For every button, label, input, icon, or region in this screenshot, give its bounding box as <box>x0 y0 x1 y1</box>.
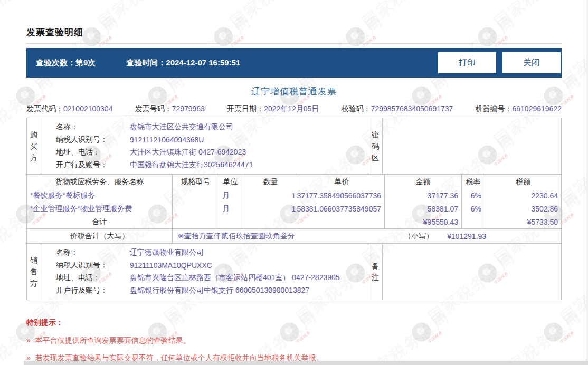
seller-address-value: 盘锦市兴隆台区庄林路西（市客运站四楼401室） 0427-2823905 <box>130 273 340 283</box>
header-unit: 单位 <box>219 175 242 189</box>
remarks-label: 备注 <box>371 260 380 283</box>
item-unit-price: 37177.358490566037736 <box>299 189 385 202</box>
item-spec <box>173 202 219 215</box>
invoice-number-label: 发票号码： <box>135 104 172 113</box>
buyer-taxid-row: 纳税人识别号：91211121064094368U <box>56 133 368 146</box>
buyer-taxid-label: 纳税人识别号： <box>56 135 130 145</box>
password-area-label: 密码区 <box>371 129 380 164</box>
header-spec: 规格型号 <box>173 175 219 189</box>
check-code-value: 72998576834050691737 <box>371 104 453 113</box>
password-area-label-cell: 密码区 <box>368 118 383 174</box>
grand-total-uppercase: ⊗壹拾万壹仟贰佰玖拾壹圆玖角叁分 <box>178 232 295 241</box>
buyer-name-label: 名称： <box>56 122 130 132</box>
grand-total-content: ⊗壹拾万壹仟贰佰玖拾壹圆玖角叁分 （小写） ¥101291.93 <box>173 229 561 243</box>
watermark-text: 国家税务总局 <box>557 12 588 90</box>
items-header-row: 货物或应税劳务、服务名称 规格型号 单位 数量 单价 金额 税率 税额 <box>27 175 561 189</box>
invoice-table: 购买方 名称：盘锦市大洼区公共交通有限公司 纳税人识别号：91211121064… <box>26 118 562 300</box>
remarks-label-cell: 备注 <box>368 244 383 300</box>
buyer-address-value: 大洼区大洼镇珠江街 0427-6942023 <box>130 148 246 157</box>
item-amount: 37177.36 <box>385 189 462 202</box>
grand-total-row: 价税合计（大写） ⊗壹拾万壹仟贰佰玖拾壹圆玖角叁分 （小写） ¥101291.9… <box>27 228 561 243</box>
invoice-number-value: 72979963 <box>172 104 205 113</box>
invoice-code-label: 发票代码： <box>26 104 63 113</box>
horizontal-scrollbar[interactable] <box>24 361 588 365</box>
buyer-fields: 名称：盘锦市大洼区公共交通有限公司 纳税人识别号：912111210640943… <box>41 118 368 174</box>
query-times-value: 第9次 <box>75 58 96 67</box>
invoice-meta-row: 发票代码：021002100304 发票号码：72979963 开票日期：202… <box>26 104 562 114</box>
subtotal-row: 合计 ¥95558.43 ¥5733.50 <box>27 215 561 228</box>
watermark-text: 国家税务总局 <box>557 130 588 208</box>
machine-number-label: 机器编号： <box>476 104 513 113</box>
item-row: *餐饮服务*餐标服务 月 1 37177.358490566037736 371… <box>27 189 561 202</box>
seller-name-row: 名称：辽宁德晟物业有限公司 <box>56 246 368 259</box>
seller-side-label-cell: 销售方 <box>27 244 41 300</box>
item-quantity: 1 <box>242 189 299 202</box>
seller-taxid-row: 纳税人识别号：91211103MA10QPUXXC <box>56 259 368 272</box>
seller-section: 销售方 名称：辽宁德晟物业有限公司 纳税人识别号：91211103MA10QPU… <box>27 243 561 300</box>
query-times: 查验次数：第9次 <box>36 58 96 68</box>
subtotal-price <box>299 215 385 228</box>
item-unit: 月 <box>219 202 242 215</box>
page-title: 发票查验明细 <box>26 0 562 43</box>
query-time: 查验时间：2024-12-07 16:59:51 <box>126 58 240 68</box>
subtotal-spec <box>173 215 219 228</box>
invoice-code: 发票代码：021002100304 <box>26 104 112 114</box>
invoice-date-value: 2022年12月05日 <box>264 104 319 113</box>
seller-taxid-label: 纳税人识别号： <box>56 261 130 270</box>
item-name: *餐饮服务*餐标服务 <box>27 189 173 202</box>
buyer-section: 购买方 名称：盘锦市大洼区公共交通有限公司 纳税人识别号：91211121064… <box>27 118 561 175</box>
title-divider <box>26 43 562 44</box>
buyer-name-value: 盘锦市大洼区公共交通有限公司 <box>130 122 233 132</box>
notice-item-text: 本平台仅提供所查询发票票面信息的查验结果。 <box>35 336 191 345</box>
header-amount: 金额 <box>385 175 462 189</box>
password-area-content <box>383 118 561 174</box>
check-code-label: 校验码： <box>342 104 371 113</box>
header-item-name: 货物或应税劳务、服务名称 <box>27 175 173 189</box>
print-button[interactable]: 打印 <box>438 52 496 73</box>
header-tax-rate: 税率 <box>462 175 485 189</box>
grand-total-label: 价税合计（大写） <box>27 229 173 243</box>
subtotal-amount: ¥95558.43 <box>385 215 462 228</box>
seller-name-label: 名称： <box>56 248 130 257</box>
item-unit: 月 <box>219 189 242 202</box>
buyer-taxid-value: 91211121064094368U <box>130 136 204 144</box>
seller-taxid-value: 91211103MA10QPUXXC <box>130 261 212 270</box>
item-unit-price: 58381.066037735849057 <box>299 202 385 215</box>
buyer-bank-value: 中国银行盘锦大洼支行302564624471 <box>130 160 253 170</box>
seller-fields: 名称：辽宁德晟物业有限公司 纳税人识别号：91211103MA10QPUXXC … <box>41 244 368 300</box>
buyer-name-row: 名称：盘锦市大洼区公共交通有限公司 <box>56 121 368 133</box>
close-button[interactable]: 关闭 <box>502 52 561 73</box>
invoice-date: 开票日期：2022年12月05日 <box>227 104 319 114</box>
seller-name-value: 辽宁德晟物业有限公司 <box>130 248 204 257</box>
special-notice: 特别提示： »本平台仅提供所查询发票票面信息的查验结果。 »若发现发票查验结果与… <box>26 318 562 363</box>
invoice-verification-page: 发票查验明细 查验次数：第9次 查验时间：2024-12-07 16:59:51… <box>26 0 562 365</box>
grand-total-lowercase-value: ¥101291.93 <box>447 232 486 241</box>
invoice-title: 辽宁增值税普通发票 <box>26 85 562 98</box>
invoice-date-label: 开票日期： <box>227 104 264 113</box>
seller-bank-row: 开户行及账号：盘锦银行股份有限公司中银支行 660050130900013827 <box>56 284 368 297</box>
buyer-address-label: 地址、电话： <box>56 148 130 157</box>
query-time-value: 2024-12-07 16:59:51 <box>166 58 240 67</box>
buyer-bank-label: 开户行及账号： <box>56 160 130 170</box>
machine-number: 机器编号：661029619622 <box>476 104 562 114</box>
buyer-side-label-cell: 购买方 <box>27 118 41 174</box>
vertical-scrollbar[interactable] <box>586 0 588 361</box>
grand-total-lowercase-label: （小写） <box>404 232 433 241</box>
item-tax-rate: 6% <box>462 189 485 202</box>
subtotal-label: 合计 <box>27 215 173 228</box>
bar-buttons: 打印 关闭 <box>432 52 561 73</box>
seller-address-row: 地址、电话：盘锦市兴隆台区庄林路西（市客运站四楼401室） 0427-28239… <box>56 272 368 284</box>
bullet-icon: » <box>26 336 31 345</box>
item-row: *企业管理服务*物业管理服务费 月 1 58381.06603773584905… <box>27 202 561 215</box>
watermark-text: 国家税务总局 <box>557 248 588 326</box>
machine-number-value: 661029619622 <box>513 104 562 113</box>
item-tax-amount: 3502.86 <box>485 202 561 215</box>
seller-side-label: 销售方 <box>30 254 38 289</box>
buyer-bank-row: 开户行及账号：中国银行盘锦大洼支行302564624471 <box>56 159 368 171</box>
seller-bank-value: 盘锦银行股份有限公司中银支行 660050130900013827 <box>130 286 309 295</box>
seller-address-label: 地址、电话： <box>56 273 130 283</box>
item-tax-rate: 6% <box>462 202 485 215</box>
item-name: *企业管理服务*物业管理服务费 <box>27 202 173 215</box>
item-amount: 58381.07 <box>385 202 462 215</box>
header-unit-price: 单价 <box>299 175 385 189</box>
